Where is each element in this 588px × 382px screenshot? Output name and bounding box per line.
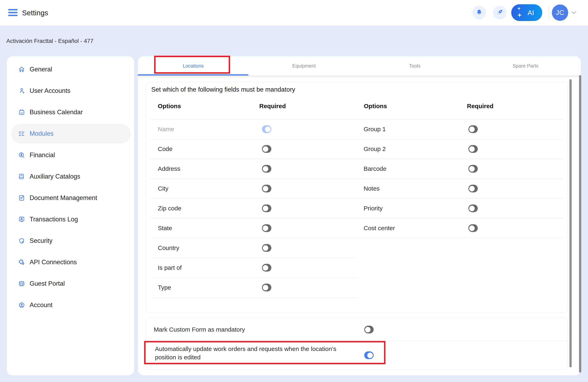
top-header: Settings — [0, 0, 588, 25]
sidebar-item-modules[interactable]: Modules — [11, 124, 131, 143]
book-icon — [18, 173, 25, 180]
field-label: Zip code — [158, 205, 181, 212]
toggle-country[interactable] — [262, 244, 271, 252]
toggle-city[interactable] — [262, 185, 271, 192]
toggle-mark-custom-form[interactable] — [364, 326, 374, 333]
sidebar-item-auxiliary-catalogs[interactable]: Auxiliary Catalogs — [11, 167, 131, 186]
user-plus-icon — [18, 87, 25, 95]
sidebar-item-business-calendar[interactable]: Business Calendar — [11, 102, 131, 122]
toggle-priority[interactable] — [468, 204, 478, 212]
sidebar-item-label: Modules — [30, 130, 54, 137]
checklist-icon — [18, 130, 25, 137]
mandatory-fields-panel: Set which of the following fields must b… — [145, 82, 568, 313]
sidebar-item-label: Auxiliary Catalogs — [30, 173, 80, 180]
settings-sidebar: GeneralUser AccountsBusiness CalendarMod… — [7, 56, 134, 376]
sidebar-item-label: User Accounts — [30, 87, 70, 95]
toggle-is-part-of[interactable] — [262, 264, 271, 272]
sidebar-item-label: Security — [30, 237, 52, 244]
field-label: Name — [158, 126, 174, 133]
field-row-group-2: Group 2 — [357, 139, 563, 159]
field-label: Address — [158, 165, 180, 172]
sidebar-item-general[interactable]: General — [11, 60, 131, 79]
settings-page: Settings — [0, 0, 588, 382]
sidebar-item-account[interactable]: Account — [11, 295, 131, 315]
ai-assistant-button[interactable]: AI — [511, 4, 542, 21]
whats-new-button[interactable] — [493, 6, 506, 20]
user-avatar[interactable]: JC — [552, 4, 568, 21]
fields-table-right: Group 1Group 2BarcodeNotesPriorityCost c… — [357, 119, 563, 238]
toggle-name[interactable] — [262, 125, 271, 133]
chip-icon — [18, 259, 25, 266]
notifications-button[interactable] — [472, 6, 486, 20]
auto-update-row: Automatically update work orders and req… — [146, 341, 568, 370]
calendar-icon — [18, 109, 25, 116]
field-label: Group 2 — [364, 145, 386, 152]
toggle-type[interactable] — [262, 284, 271, 291]
field-label: City — [158, 185, 168, 192]
column-header-required: Required — [259, 103, 286, 110]
document-icon — [18, 194, 25, 201]
rocket-icon — [496, 9, 504, 17]
sidebar-item-label: Transactions Log — [30, 216, 78, 223]
field-label: State — [158, 225, 172, 232]
tab-tools[interactable]: Tools — [359, 56, 470, 76]
field-label: Code — [158, 145, 172, 152]
outer-scrollbar[interactable] — [579, 75, 581, 373]
toggle-code[interactable] — [262, 145, 271, 153]
sidebar-item-api-connections[interactable]: API Connections — [11, 252, 131, 272]
toggle-address[interactable] — [262, 165, 271, 173]
field-label: Group 1 — [364, 126, 386, 133]
toggle-zip-code[interactable] — [262, 204, 271, 212]
field-label: Is part of — [158, 264, 182, 271]
sidebar-item-user-accounts[interactable]: User Accounts — [11, 81, 131, 101]
fields-table-left: NameCodeAddressCityZip codeStateCountryI… — [150, 119, 357, 298]
chevron-down-icon[interactable] — [571, 11, 577, 15]
sidebar-item-financial[interactable]: Financial — [11, 145, 131, 165]
auto-update-label: Automatically update work orders and req… — [155, 345, 355, 362]
custom-form-row: Mark Custom Form as mandatory — [146, 318, 568, 341]
field-row-type: Type — [150, 278, 357, 298]
custom-form-label: Mark Custom Form as mandatory — [154, 326, 245, 333]
field-label: Cost center — [364, 225, 395, 232]
form-options-panel: Mark Custom Form as mandatory Automatica… — [145, 318, 568, 370]
page-title: Settings — [22, 0, 48, 25]
tab-spare-parts[interactable]: Spare Parts — [470, 56, 581, 76]
hamburger-menu-icon[interactable] — [8, 9, 18, 17]
toggle-group-1[interactable] — [468, 125, 478, 133]
sidebar-item-transactions-log[interactable]: Transactions Log — [11, 210, 131, 229]
field-row-group-1: Group 1 — [357, 119, 563, 139]
shield-icon — [18, 237, 25, 244]
sidebar-item-label: Financial — [30, 151, 55, 159]
panel-title: Set which of the following fields must b… — [151, 86, 295, 93]
home-icon — [18, 66, 25, 73]
field-row-address: Address — [150, 159, 357, 179]
column-header-required-2: Required — [467, 103, 493, 110]
toggle-state[interactable] — [262, 224, 271, 232]
field-row-is-part-of: Is part of — [150, 258, 357, 278]
toggle-barcode[interactable] — [468, 165, 478, 173]
module-tabs: LocationsEquipmentToolsSpare Parts — [138, 56, 581, 76]
toggle-group-2[interactable] — [468, 145, 478, 153]
toggle-auto-update[interactable] — [364, 351, 374, 359]
sidebar-item-label: General — [30, 66, 52, 73]
header-divider — [549, 6, 549, 20]
toggle-cost-center[interactable] — [468, 224, 478, 232]
field-row-priority: Priority — [357, 199, 563, 218]
field-row-barcode: Barcode — [357, 159, 563, 179]
field-row-name: Name — [150, 119, 357, 139]
sparkles-icon — [516, 6, 523, 19]
portal-icon — [18, 280, 25, 287]
field-row-notes: Notes — [357, 179, 563, 199]
toggle-notes[interactable] — [468, 185, 478, 192]
inner-scrollbar[interactable] — [569, 79, 572, 367]
tab-locations[interactable]: Locations — [138, 56, 249, 76]
field-row-city: City — [150, 179, 357, 199]
column-header-options: Options — [158, 103, 181, 110]
ai-button-label: AI — [527, 9, 534, 17]
sidebar-item-security[interactable]: Security — [11, 231, 131, 251]
sidebar-item-label: Guest Portal — [30, 280, 65, 287]
field-label: Priority — [364, 205, 383, 212]
tab-equipment[interactable]: Equipment — [249, 56, 359, 76]
sidebar-item-guest-portal[interactable]: Guest Portal — [11, 274, 131, 293]
sidebar-item-document-management[interactable]: Document Management — [11, 188, 131, 208]
